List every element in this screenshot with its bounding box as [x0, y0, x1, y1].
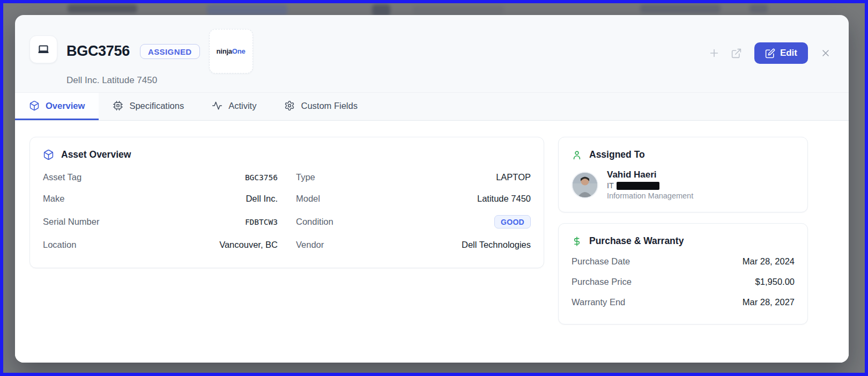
field-label-asset-tag: Asset Tag: [43, 172, 81, 182]
person-name: Vahid Haeri: [607, 169, 693, 180]
role-prefix: IT: [607, 181, 614, 190]
field-value-warranty-end: Mar 28, 2027: [743, 297, 795, 307]
header-actions: Edit: [706, 42, 834, 64]
tab-activity[interactable]: Activity: [198, 93, 270, 120]
asset-overview-card: Asset Overview Asset Tag BGC3756 Type LA…: [29, 137, 544, 268]
right-column: Assigned To: [558, 137, 808, 346]
add-button[interactable]: [706, 45, 722, 61]
field-label-type: Type: [296, 172, 315, 182]
field-value-model: Latitude 7450: [477, 194, 531, 204]
asset-detail-modal: BGC3756 ASSIGNED ninjaOne Dell Inc. Lati…: [15, 15, 849, 363]
field-value-make: Dell Inc.: [246, 194, 278, 204]
person-department: Information Management: [607, 191, 693, 200]
tab-label: Specifications: [129, 101, 184, 111]
modal-header: BGC3756 ASSIGNED ninjaOne Dell Inc. Lati…: [15, 15, 849, 92]
dollar-icon: [572, 236, 582, 247]
field-label-warranty-end: Warranty End: [572, 297, 625, 307]
field-value-asset-tag: BGC3756: [245, 173, 278, 182]
assigned-to-card: Assigned To: [558, 137, 808, 212]
card-title: Purchase & Warranty: [589, 235, 684, 247]
field-label-location: Location: [43, 240, 76, 250]
field-row: Purchase Date Mar 28, 2024: [572, 251, 795, 271]
chip-icon: [113, 100, 123, 111]
gear-icon: [284, 100, 295, 111]
dimmed-background-element: [413, 5, 504, 15]
edit-button[interactable]: Edit: [754, 42, 808, 64]
box-icon: [29, 100, 40, 111]
field-value-serial-number: FDBTCW3: [245, 218, 278, 226]
dimmed-background-element: [750, 4, 768, 13]
dimmed-background-element: [68, 4, 137, 13]
field-row: Warranty End Mar 28, 2027: [572, 292, 795, 312]
purchase-warranty-rows: Purchase Date Mar 28, 2024 Purchase Pric…: [572, 251, 795, 312]
tab-specifications[interactable]: Specifications: [99, 93, 198, 120]
open-external-button[interactable]: [729, 45, 745, 61]
field-label-make: Make: [43, 194, 64, 204]
person-role: IT: [607, 181, 693, 190]
status-badge: ASSIGNED: [140, 44, 200, 59]
field-row: Location Vancouver, BC Vendor Dell Techn…: [43, 234, 531, 256]
field-label-purchase-date: Purchase Date: [572, 256, 630, 267]
field-value-purchase-price: $1,950.00: [755, 277, 795, 287]
field-row: Purchase Price $1,950.00: [572, 271, 795, 292]
redaction-block: [617, 182, 659, 190]
field-label-vendor: Vendor: [296, 240, 324, 250]
field-label-model: Model: [296, 194, 320, 204]
integration-logo-tile: ninjaOne: [209, 29, 253, 73]
close-button[interactable]: [818, 45, 834, 61]
field-value-type: LAPTOP: [496, 172, 531, 182]
edit-button-label: Edit: [780, 48, 797, 58]
avatar: [572, 172, 598, 198]
close-icon: [820, 48, 831, 58]
card-title: Assigned To: [589, 149, 645, 160]
tab-bar: Overview Specifications Activity: [15, 92, 849, 121]
field-value-purchase-date: Mar 28, 2024: [743, 256, 795, 267]
asset-overview-grid: Asset Tag BGC3756 Type LAPTOP Make Dell …: [43, 167, 531, 256]
asset-subtitle: Dell Inc. Latitude 7450: [66, 75, 253, 86]
tab-content-overview: Asset Overview Asset Tag BGC3756 Type LA…: [15, 121, 849, 363]
field-label-serial-number: Serial Number: [43, 217, 99, 227]
dimmed-background-element: [640, 4, 721, 13]
field-row: Asset Tag BGC3756 Type LAPTOP: [43, 167, 531, 188]
field-value-location: Vancouver, BC: [219, 240, 278, 250]
asset-overview-heading: Asset Overview: [43, 149, 531, 160]
tab-custom-fields[interactable]: Custom Fields: [270, 93, 371, 120]
tab-overview[interactable]: Overview: [15, 93, 99, 120]
activity-icon: [212, 100, 222, 111]
device-type-tile: [29, 35, 57, 63]
dimmed-background-element: [207, 4, 287, 15]
purchase-warranty-card: Purchase & Warranty Purchase Date Mar 28…: [558, 223, 808, 325]
field-row: Serial Number FDBTCW3 Condition GOOD: [43, 210, 531, 234]
assigned-to-heading: Assigned To: [572, 149, 795, 160]
tab-label: Activity: [228, 101, 256, 111]
field-row: Make Dell Inc. Model Latitude 7450: [43, 188, 531, 210]
tab-label: Custom Fields: [301, 101, 357, 111]
external-link-icon: [731, 48, 742, 59]
plus-icon: [708, 47, 720, 59]
laptop-icon: [36, 42, 50, 56]
user-icon: [572, 150, 582, 160]
field-value-vendor: Dell Technologies: [462, 240, 531, 250]
title-block: BGC3756 ASSIGNED ninjaOne Dell Inc. Lati…: [66, 29, 253, 86]
field-label-condition: Condition: [296, 217, 333, 227]
field-label-purchase-price: Purchase Price: [572, 277, 632, 287]
edit-pencil-icon: [765, 48, 775, 58]
box-icon: [43, 149, 54, 160]
card-title: Asset Overview: [61, 149, 131, 160]
ninjaone-logo: ninjaOne: [217, 47, 246, 55]
purchase-warranty-heading: Purchase & Warranty: [572, 235, 795, 247]
person-details: Vahid Haeri IT Information Management: [607, 169, 693, 200]
page-title: BGC3756: [66, 43, 130, 60]
tab-label: Overview: [46, 101, 85, 111]
dimmed-background-element: [372, 4, 390, 16]
screenshot-viewport: BGC3756 ASSIGNED ninjaOne Dell Inc. Lati…: [0, 0, 868, 376]
assigned-person: Vahid Haeri IT Information Management: [572, 169, 795, 200]
condition-badge: GOOD: [494, 215, 531, 228]
